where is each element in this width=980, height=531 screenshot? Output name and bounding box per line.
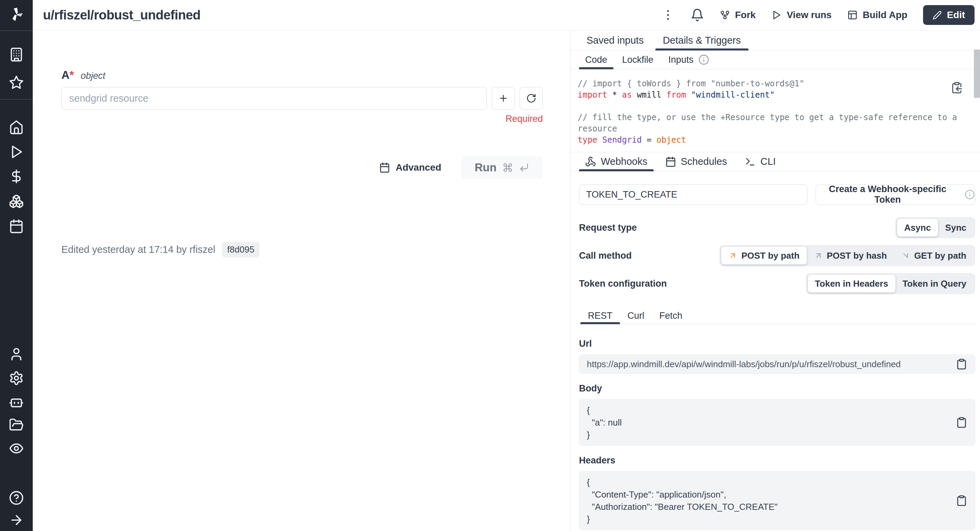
terminal-icon [745,156,756,167]
advanced-button[interactable]: Advanced [379,162,441,173]
tab-saved-inputs[interactable]: Saved inputs [579,30,651,50]
headers-content: { "Content-Type": "application/json", "A… [587,476,778,525]
code-block: // import { toWords } from "number-to-wo… [571,69,980,152]
pencil-icon [932,11,942,20]
runs-play-icon[interactable] [9,144,24,159]
workers-bot-icon[interactable] [9,394,24,409]
enter-key-icon [519,163,529,173]
token-in-headers-option[interactable]: Token in Headers [808,275,896,292]
view-runs-button[interactable]: View runs [771,10,832,21]
user-icon[interactable] [9,347,24,362]
workspace-building-icon[interactable] [9,47,24,62]
tab-webhooks-label: Webhooks [601,156,648,167]
build-app-button[interactable]: Build App [847,10,907,21]
view-runs-label: View runs [787,10,832,21]
folders-icon[interactable] [9,417,24,432]
tab-lockfile[interactable]: Lockfile [616,51,660,69]
get-by-path-label: GET by path [914,250,966,261]
build-app-label: Build App [863,10,907,21]
create-token-button[interactable]: Create a Webhook-specific Token [816,184,975,205]
url-box: https://app.windmill.dev/api/w/windmill-… [579,354,975,374]
required-message: Required [61,114,543,124]
request-type-toggle: Async Sync [896,217,975,238]
topbar-actions: Fork View runs Build App Edit [661,5,975,25]
notifications-bell-button[interactable] [690,8,704,22]
tab-webhooks[interactable]: Webhooks [579,152,654,171]
sync-label: Sync [945,223,966,233]
call-method-row: Call method POST by path POST by hash [579,245,975,266]
token-config-toggle: Token in Headers Token in Query [806,273,975,294]
fork-label: Fork [735,10,756,21]
post-by-hash-option[interactable]: POST by hash [807,247,894,265]
tab-details-triggers-label: Details & Triggers [663,35,741,46]
scrollbar-thumb[interactable] [974,49,980,98]
edited-text: Edited yesterday at 17:14 by rfiszel [61,244,215,255]
sidebar-divider [0,30,33,31]
request-type-sync-option[interactable]: Sync [938,219,974,236]
tab-rest[interactable]: REST [581,308,620,324]
url-value: https://app.windmill.dev/api/w/windmill-… [587,359,901,370]
token-in-headers-label: Token in Headers [815,279,888,289]
tab-code[interactable]: Code [579,51,613,69]
advanced-label: Advanced [396,162,441,173]
version-hash-badge[interactable]: f8d095 [222,242,259,257]
request-type-row: Request type Async Sync [579,217,975,238]
sidebar-divider [0,99,33,100]
panel-tabs: Saved inputs Details & Triggers [571,30,980,51]
audit-eye-icon[interactable] [9,441,24,456]
snippet-tabs: REST Curl Fetch [579,308,975,324]
code-content: // import { toWords } from "number-to-wo… [578,78,953,146]
tab-saved-inputs-label: Saved inputs [587,35,644,46]
run-button[interactable]: Run [461,156,543,179]
post-by-path-option[interactable]: POST by path [721,247,807,265]
tab-details-triggers[interactable]: Details & Triggers [655,30,748,50]
request-type-async-option[interactable]: Async [897,219,938,236]
copy-url-button[interactable] [956,358,967,370]
run-label: Run [475,161,496,174]
copy-body-button[interactable] [956,417,967,428]
get-by-path-option[interactable]: GET by path [894,247,974,265]
edit-button[interactable]: Edit [923,5,975,25]
required-star: * [70,69,74,81]
tab-schedules-label: Schedules [681,156,727,167]
tab-schedules[interactable]: Schedules [659,152,733,171]
home-icon[interactable] [9,120,24,135]
tab-inputs[interactable]: Inputs [662,51,715,69]
code-tabs: Code Lockfile Inputs [571,51,980,69]
refresh-icon [526,93,536,104]
copy-code-button[interactable] [951,81,963,94]
body-box: { "a": null } [579,399,975,446]
token-config-row: Token configuration Token in Headers Tok… [579,273,975,294]
schedules-calendar-icon[interactable] [9,219,24,234]
sidebar [0,0,33,531]
run-form: A * object Required [33,30,571,531]
help-icon[interactable] [9,490,24,505]
favorites-star-icon[interactable] [9,75,24,90]
tab-inputs-label: Inputs [668,54,694,65]
tab-lockfile-label: Lockfile [622,54,654,65]
info-icon [965,190,975,199]
copy-headers-button[interactable] [956,495,967,506]
tab-fetch[interactable]: Fetch [652,308,690,324]
token-input[interactable] [579,184,807,205]
variables-dollar-icon[interactable] [9,169,24,184]
tab-cli[interactable]: CLI [738,152,782,171]
fork-button[interactable]: Fork [720,10,756,21]
windmill-app: u/rfiszel/robust_undefined Fork View run… [0,0,980,531]
add-resource-button[interactable] [492,87,515,110]
arg-name: A [61,69,70,81]
arg-type: object [81,71,105,81]
resource-input[interactable] [61,87,487,110]
tab-curl[interactable]: Curl [620,308,652,324]
arg-label: A * object [61,69,543,81]
webhooks-panel: Create a Webhook-specific Token Request … [571,171,980,531]
kebab-menu-button[interactable] [661,8,675,22]
resources-boxes-icon[interactable] [9,194,24,209]
windmill-logo-icon[interactable] [8,6,25,22]
settings-gear-icon[interactable] [9,371,24,386]
token-in-query-option[interactable]: Token in Query [896,275,974,292]
expand-arrow-icon[interactable] [9,513,24,528]
headers-box: { "Content-Type": "application/json", "A… [579,471,975,530]
edited-info: Edited yesterday at 17:14 by rfiszel f8d… [61,242,543,257]
refresh-button[interactable] [520,87,543,110]
